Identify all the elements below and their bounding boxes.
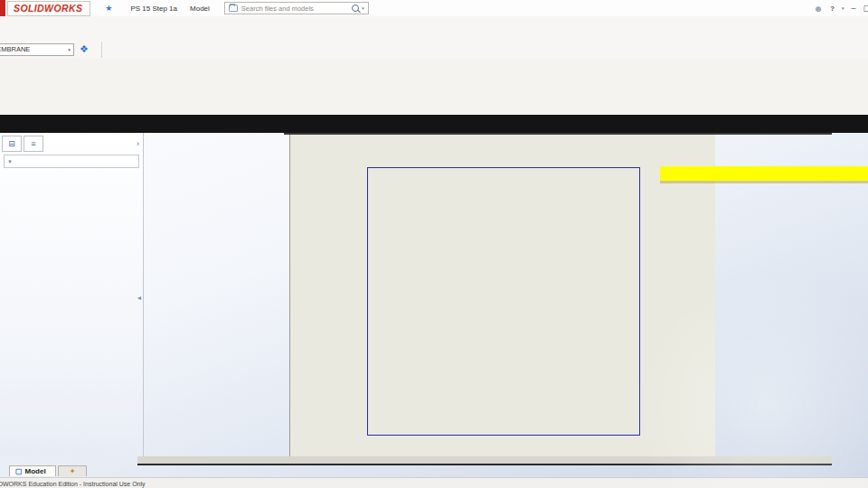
feature-manager-tab-icon[interactable]: ⊟ (2, 136, 22, 152)
add-sheet-tab[interactable]: ✦ (58, 465, 88, 476)
block-color-icon[interactable]: ❖ (80, 43, 89, 55)
filter-icon: ▼ (7, 159, 13, 164)
block-toolbar (0, 16, 868, 40)
block-combo[interactable]: MEMBRANE ▾ (0, 43, 74, 56)
edition-label: SOLIDWORKS Education Edition - Instructi… (0, 481, 146, 487)
horizontal-ruler (0, 115, 868, 133)
drawing-sheet[interactable] (367, 167, 640, 436)
combo-caret-icon[interactable]: ▾ (68, 47, 71, 52)
panel-chevron-icon[interactable]: › (137, 139, 139, 148)
edge-accent (0, 0, 5, 16)
panel-splitter[interactable]: ◂ (137, 294, 141, 302)
search-placeholder: Search files and models (241, 5, 352, 13)
title-bar: SOLIDWORKS ★ PS 15 Step 1a Model Search … (0, 0, 868, 17)
search-caret-icon[interactable]: ▾ (362, 5, 364, 11)
status-bar: SOLIDWORKS Education Edition - Instructi… (0, 477, 868, 488)
solidworks-logo: SOLIDWORKS (7, 1, 90, 16)
help-caret-icon[interactable]: ▾ (842, 5, 844, 11)
sheet-icon: ▢ (15, 467, 23, 475)
block-combo-value: MEMBRANE (0, 45, 68, 53)
property-manager-tab-icon[interactable]: ≡ (24, 136, 43, 152)
sheet-tab-model[interactable]: ▢ Model (9, 465, 56, 476)
document-mode-label: Model (190, 5, 210, 13)
search-icon[interactable] (352, 5, 359, 12)
search-input[interactable]: Search files and models ▾ (224, 2, 369, 14)
minimize-button[interactable]: – (851, 4, 855, 13)
block-select-bar: MEMBRANE ▾ ❖ (0, 40, 868, 60)
document-title: PS 15 Step 1a (130, 5, 177, 13)
command-ribbon (0, 59, 868, 116)
solidworks-window: SOLIDWORKS ★ PS 15 Step 1a Model Search … (0, 0, 868, 488)
pin-menu-icon[interactable]: ★ (105, 4, 112, 13)
feature-tree (0, 170, 143, 173)
sheet-tab-label: Model (25, 467, 46, 475)
restore-button[interactable]: ▢ (863, 4, 868, 13)
command-tab-row (0, 115, 868, 133)
add-sheet-icon: ✦ (70, 467, 76, 475)
user-account-icon[interactable]: ☻ (814, 4, 824, 14)
sheet-tab-bar: ▢ Model ✦ (0, 464, 868, 477)
selection-point (499, 189, 505, 194)
drawing-canvas[interactable] (289, 135, 715, 456)
workspace: ⊟ ≡ › ▼ ◂ (0, 133, 868, 456)
feature-manager-panel: ⊟ ≡ › ▼ (0, 133, 144, 456)
panel-tabs: ⊟ ≡ › (0, 133, 143, 153)
divider (101, 42, 102, 58)
instruction-note (660, 166, 868, 181)
help-button[interactable]: ? (830, 5, 835, 13)
search-scope-icon[interactable] (229, 5, 238, 12)
tree-filter-box[interactable]: ▼ (4, 155, 139, 168)
